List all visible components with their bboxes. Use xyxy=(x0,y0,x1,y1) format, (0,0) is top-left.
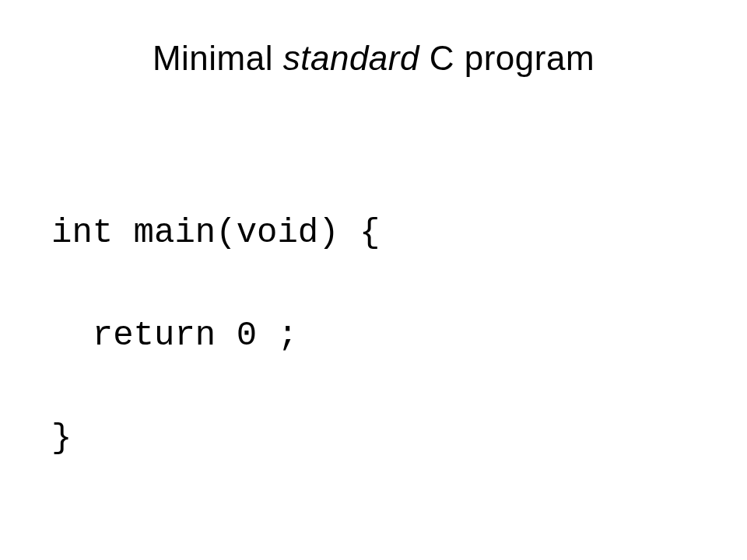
code-line-3: } xyxy=(51,412,700,464)
code-block: int main(void) { return 0 ; } xyxy=(47,156,700,515)
code-line-1: int main(void) { xyxy=(51,207,700,258)
code-line-2: return 0 ; xyxy=(51,310,700,361)
slide-title: Minimal standard C program xyxy=(47,39,700,78)
title-italic: standard xyxy=(283,39,419,77)
title-suffix: C program xyxy=(419,39,594,77)
title-prefix: Minimal xyxy=(153,39,283,77)
